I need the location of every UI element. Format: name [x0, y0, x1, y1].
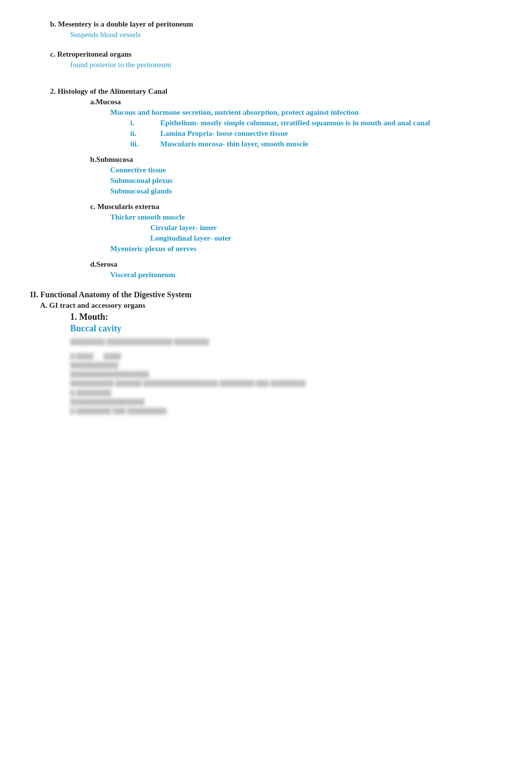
retroperitoneal-heading: c. Retroperitoneal organs [50, 50, 502, 59]
muscularis-line1: Thicker smooth muscle [110, 213, 502, 222]
blurred-line-1: ▓▓▓▓▓▓▓▓ ▓▓▓▓▓▓▓▓▓▓▓▓▓▓▓ ▓▓▓▓▓▓▓▓ [70, 338, 230, 345]
submucosa-line1: Connective tissue [110, 166, 502, 174]
blurred-item-c: ▓▓▓▓▓▓▓▓▓▓▓▓▓▓▓▓▓▓ [70, 370, 170, 378]
retroperitoneal-sub: found posterior to the peritoneum [70, 61, 502, 69]
submucosa-line2: Submucoual plexus [110, 176, 502, 185]
buccal-cavity-heading: Buccal cavity [70, 323, 502, 334]
muscularis-line3: Longitudinal layer- outer [150, 234, 502, 243]
blurred-item-f: ▓▓▓▓▓▓▓▓▓▓▓▓▓▓▓▓▓ [70, 398, 155, 406]
mucosa-desc: Mucous and hormone secretion, nutrient a… [110, 108, 502, 117]
blurred-item-g: ▓ ▓▓▓▓▓▓▓▓ ▓▓▓ ▓▓▓▓▓▓▓▓▓ [70, 407, 185, 415]
retroperitoneal-section: c. Retroperitoneal organs found posterio… [50, 50, 502, 69]
roman-ii-text: Lamina Propria- loose connective tissue [160, 129, 288, 138]
mesentery-heading: b. Mesentery is a double layer of perito… [50, 20, 502, 29]
lamina-row: ii. Lamina Propria- loose connective tis… [130, 129, 502, 138]
roman-i-text: Epithelium- mostly simple columnar, stra… [160, 119, 430, 127]
muscularis-mucosa-row: iii. Muscularis mucosa- thin layer, smoo… [130, 140, 502, 148]
roman-iii-label: iii. [130, 140, 160, 148]
mucosa-section: a.Mucosa Mucous and hormone secretion, n… [90, 98, 502, 148]
roman-ii-label: ii. [130, 129, 160, 138]
mucosa-description: Mucous and hormone secretion, nutrient a… [110, 108, 502, 117]
gi-tract-heading: A. GI tract and accessory organs [40, 301, 502, 310]
submucosa-line3: Submucosal glands [110, 187, 502, 196]
serosa-section: d.Serosa Visceral peritoneum [90, 260, 502, 279]
mouth-heading: 1. Mouth: [70, 312, 502, 322]
roman-i-label: i. [130, 119, 160, 127]
functional-anatomy-section: II. Functional Anatomy of the Digestive … [30, 290, 502, 415]
blurred-item-d: ▓▓▓▓▓▓▓▓▓▓ ▓▓▓▓▓▓ ▓▓▓▓▓▓▓▓▓▓▓▓▓▓▓▓▓ ▓▓▓▓… [70, 379, 321, 387]
mesentery-sub: Suspends blood vessels [70, 31, 502, 39]
blurred-item-b: ▓▓▓▓▓▓▓▓▓▓▓ [70, 361, 140, 369]
muscularis-line2: Circular layer- inner [150, 224, 502, 232]
roman-iii-text: Muscularis mucosa- thin layer, smooth mu… [160, 140, 308, 148]
serosa-sub: Visceral peritoneum [110, 271, 502, 279]
functional-anatomy-heading: II. Functional Anatomy of the Digestive … [30, 290, 502, 299]
blurred-content-area: ▓▓▓▓▓▓▓▓ ▓▓▓▓▓▓▓▓▓▓▓▓▓▓▓ ▓▓▓▓▓▓▓▓ ▓ ▓▓▓▓… [70, 338, 502, 415]
submucosa-heading: b.Submucosa [90, 155, 502, 164]
blurred-group-1: ▓ ▓▓▓▓ ▓▓▓▓ ▓▓▓▓▓▓▓▓▓▓▓ ▓▓▓▓▓▓▓▓▓▓▓▓▓▓▓▓… [70, 352, 502, 415]
muscularis-line4: Myenteric plexus of nerves [110, 245, 502, 253]
epithelium-row: i. Epithelium- mostly simple columnar, s… [130, 119, 502, 127]
mucosa-heading: a.Mucosa [90, 98, 502, 106]
histology-section: 2. Histology of the Alimentary Canal a.M… [50, 87, 502, 279]
muscularis-externa-heading: c. Muscularis externa [90, 203, 502, 211]
submucosa-section: b.Submucosa Connective tissue Submucoual… [90, 155, 502, 196]
mesentery-section: b. Mesentery is a double layer of perito… [50, 20, 502, 39]
blurred-item-a: ▓ ▓▓▓▓ ▓▓▓▓ [70, 352, 502, 360]
muscularis-externa-section: c. Muscularis externa Thicker smooth mus… [90, 203, 502, 253]
histology-heading: 2. Histology of the Alimentary Canal [50, 87, 502, 96]
blurred-item-e: ▓ ▓▓▓▓▓▓▓▓ [70, 389, 125, 397]
serosa-heading: d.Serosa [90, 260, 502, 269]
